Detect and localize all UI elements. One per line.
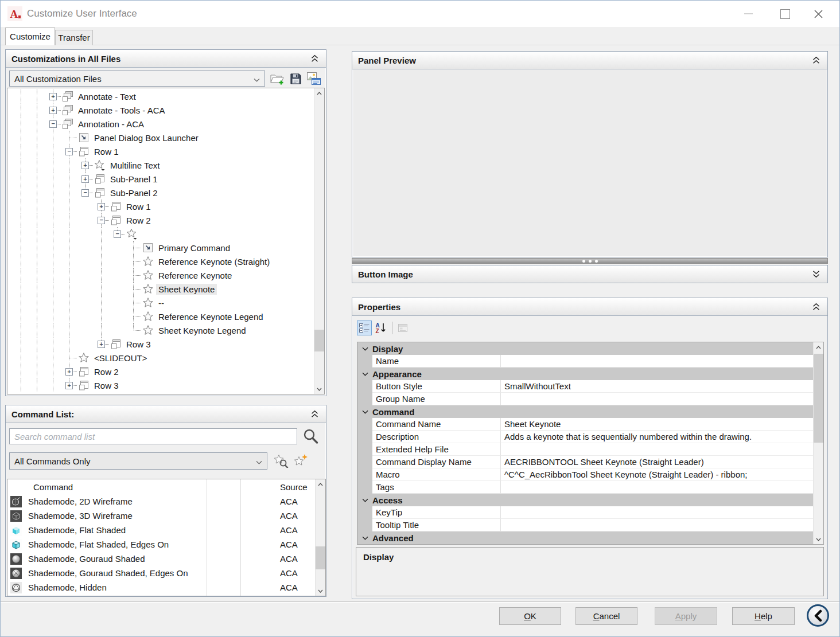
collapse-pane-icon[interactable] <box>810 301 822 312</box>
property-row[interactable]: KeyTip <box>357 506 814 519</box>
help-button[interactable]: Help <box>732 607 795 625</box>
ok-button[interactable]: OK <box>499 607 561 625</box>
splitter-handle[interactable] <box>352 258 828 264</box>
category-row[interactable]: Display <box>357 342 814 355</box>
property-value[interactable]: Sheet Keynote <box>501 418 814 431</box>
tree-item[interactable]: Reference Keynote Legend <box>13 310 313 323</box>
tree-item[interactable]: -- <box>13 296 313 310</box>
property-value[interactable] <box>501 393 814 405</box>
property-value[interactable] <box>501 519 814 532</box>
property-row[interactable]: Macro^C^C_AecRibbonTool Sheet Keynote (S… <box>357 468 814 481</box>
tree-item[interactable]: +Row 2 <box>13 365 313 378</box>
chevron-down-icon[interactable] <box>357 498 372 502</box>
tree-expand-toggle[interactable]: + <box>98 341 105 348</box>
command-list-scrollbar[interactable] <box>315 479 325 596</box>
property-value[interactable]: AECRIBBONTOOL Sheet Keynote (Straight Le… <box>501 456 814 468</box>
alphabetical-sort-icon[interactable]: A Z <box>373 321 388 335</box>
tree-expand-toggle[interactable]: + <box>98 203 105 210</box>
property-value[interactable]: Adds a keynote that is sequentially numb… <box>501 431 814 443</box>
property-row[interactable]: DescriptionAdds a keynote that is sequen… <box>357 431 814 443</box>
apply-button[interactable]: Apply <box>655 607 717 625</box>
property-row[interactable]: Command Display NameAECRIBBONTOOL Sheet … <box>357 456 814 468</box>
property-row[interactable]: Name <box>357 355 814 368</box>
tree-expand-toggle[interactable]: + <box>81 175 89 183</box>
tree-item[interactable]: +Row 1 <box>13 200 313 213</box>
command-row[interactable]: Shademode, Gouraud ShadedACA <box>7 552 325 566</box>
tree-expand-toggle[interactable]: − <box>49 120 57 128</box>
tree-item[interactable]: Reference Keynote <box>13 268 313 282</box>
tree-item[interactable]: +Annotate - Tools - ACA <box>13 103 313 117</box>
tree-item[interactable]: − <box>13 227 313 241</box>
tree-item[interactable]: Reference Keynote (Straight) <box>13 255 313 268</box>
tree-expand-toggle[interactable]: − <box>81 189 89 197</box>
tree-scrollbar[interactable] <box>314 88 324 394</box>
chevron-down-icon[interactable] <box>357 347 372 351</box>
expand-pane-icon[interactable] <box>810 268 822 280</box>
category-row[interactable]: Command <box>357 405 814 418</box>
property-value[interactable]: ^C^C_AecRibbonTool Sheet Keynote (Straig… <box>501 468 814 481</box>
category-row[interactable]: Appearance <box>357 368 814 380</box>
create-new-command-icon[interactable] <box>291 453 309 469</box>
tree-item[interactable]: −Row 1 <box>13 144 313 158</box>
property-row[interactable]: Command NameSheet Keynote <box>357 418 814 431</box>
tree-expand-toggle[interactable]: + <box>81 162 89 169</box>
close-button[interactable] <box>805 1 831 27</box>
tree-item[interactable]: −Annotation - ACA <box>13 117 313 131</box>
tree-item[interactable]: Panel Dialog Box Launcher <box>13 131 313 144</box>
tree-item[interactable]: +Sub-Panel 1 <box>13 172 313 186</box>
tree-expand-toggle[interactable]: − <box>114 230 121 238</box>
chevron-down-icon[interactable] <box>357 372 372 376</box>
tree-item[interactable]: +Row 3 <box>13 337 313 351</box>
save-all-customization-files-icon[interactable] <box>287 71 304 87</box>
property-row[interactable]: Extended Help File <box>357 443 814 456</box>
property-row[interactable]: Tooltip Title <box>357 519 814 532</box>
command-row[interactable]: Shademode, Gouraud Shaded, Edges OnACA <box>7 566 325 580</box>
collapse-pane-icon[interactable] <box>309 408 320 420</box>
tree-expand-toggle[interactable]: + <box>49 107 57 114</box>
tree-item[interactable]: −Row 2 <box>13 213 313 227</box>
categorized-icon[interactable] <box>357 321 372 335</box>
customization-files-dropdown[interactable]: All Customization Files <box>9 71 265 87</box>
tab-customize[interactable]: Customize <box>5 28 55 45</box>
scroll-down-icon[interactable] <box>316 586 325 596</box>
collapse-dialog-button[interactable] <box>807 604 829 627</box>
maximize-button[interactable] <box>772 1 798 27</box>
chevron-down-icon[interactable] <box>357 410 372 414</box>
property-row[interactable]: Button StyleSmallWithoutText <box>357 380 814 393</box>
chevron-down-icon[interactable] <box>357 536 372 540</box>
tree-item[interactable]: Sheet Keynote <box>13 282 313 296</box>
tree-expand-toggle[interactable]: + <box>65 368 73 376</box>
scroll-up-icon[interactable] <box>314 88 324 98</box>
command-filter-dropdown[interactable]: All Commands Only <box>9 452 267 470</box>
property-value[interactable] <box>501 481 814 494</box>
load-partial-customization-file-icon[interactable] <box>269 71 286 87</box>
cancel-button[interactable]: Cancel <box>575 607 637 625</box>
category-row[interactable]: Advanced <box>357 532 814 544</box>
command-row[interactable]: Shademode, Flat ShadedACA <box>7 523 325 537</box>
tree-expand-toggle[interactable]: − <box>98 217 105 224</box>
tree-item[interactable]: +Multiline Text <box>13 158 313 172</box>
tree-expand-toggle[interactable]: + <box>65 382 73 389</box>
collapse-pane-icon[interactable] <box>309 53 320 64</box>
search-icon[interactable] <box>301 427 320 445</box>
command-row[interactable]: Shademode, Flat Shaded, Edges OnACA <box>7 537 325 552</box>
search-command-input[interactable] <box>9 428 297 444</box>
panel-image-icon[interactable] <box>305 71 322 87</box>
property-value[interactable]: SmallWithoutText <box>501 380 814 393</box>
tree-expand-toggle[interactable]: + <box>49 93 57 100</box>
scroll-down-icon[interactable] <box>814 534 823 544</box>
scroll-up-icon[interactable] <box>316 479 325 489</box>
property-row[interactable]: Group Name <box>357 393 814 405</box>
tree-item[interactable]: +Annotate - Text <box>13 89 313 103</box>
tree-item[interactable]: −Sub-Panel 2 <box>13 186 313 200</box>
minimize-button[interactable] <box>735 1 761 27</box>
tree-item[interactable]: Sheet Keynote Legend <box>13 323 313 337</box>
command-row[interactable]: Shademode, 2D WireframeACA <box>7 494 325 509</box>
command-row[interactable]: Shademode, 3D WireframeACA <box>7 509 325 523</box>
category-row[interactable]: Access <box>357 494 814 506</box>
property-value[interactable] <box>501 443 814 456</box>
property-row[interactable]: Tags <box>357 481 814 494</box>
command-row[interactable]: Shademode, HiddenACA <box>7 580 325 595</box>
scroll-up-icon[interactable] <box>814 342 823 352</box>
property-grid-scrollbar[interactable] <box>813 342 823 544</box>
